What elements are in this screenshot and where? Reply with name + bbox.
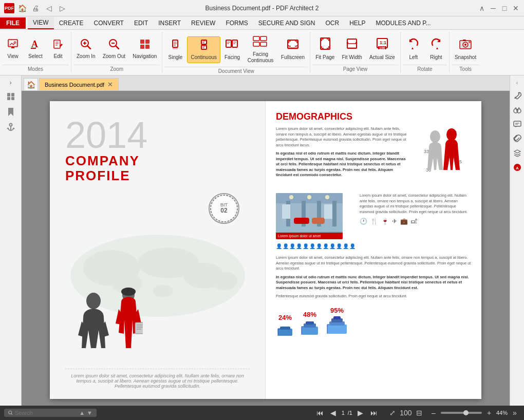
- nav-next-btn[interactable]: ▶: [355, 408, 366, 418]
- people-icon-1: 👤: [276, 243, 282, 249]
- single-btn[interactable]: Single: [164, 37, 186, 63]
- menu-review[interactable]: REVIEW: [186, 17, 220, 29]
- select-label: Select: [28, 53, 43, 60]
- nav-back-btn[interactable]: ◁: [43, 3, 54, 14]
- zoom-out-btn[interactable]: Zoom Out: [100, 36, 128, 62]
- fit-page-status-btn[interactable]: ⤢: [387, 408, 398, 418]
- continuous-label: Continuous: [191, 54, 217, 61]
- people-icon-4: 👤: [296, 243, 302, 249]
- nav-print-btn[interactable]: 🖨: [30, 3, 41, 14]
- company-line1: COMPANY: [65, 154, 250, 168]
- paperclip-btn[interactable]: [512, 133, 523, 144]
- menu-help[interactable]: HELP: [344, 17, 370, 29]
- rotate-left-btn[interactable]: Left: [403, 35, 424, 63]
- menu-edit[interactable]: EDIT: [129, 17, 153, 29]
- rotate-right-btn[interactable]: Right: [425, 35, 447, 63]
- hotel-text-col: Lorem ipsum dolor sit amet, consectetur …: [360, 193, 471, 251]
- zoom-track[interactable]: [441, 412, 482, 414]
- total-pages: /1: [348, 410, 352, 416]
- two-page-btn[interactable]: ⊟: [414, 408, 424, 418]
- zoom-in-btn[interactable]: Zoom In: [73, 36, 99, 62]
- nav-forward-btn[interactable]: ▷: [57, 3, 68, 14]
- zoom-in-icon: [80, 38, 92, 52]
- rotate-right-icon: [430, 37, 442, 53]
- bag-icon: 💼: [400, 218, 408, 225]
- doc-tab-close[interactable]: ✕: [107, 81, 113, 88]
- svg-point-53: [86, 293, 101, 309]
- anchor-icon[interactable]: [5, 122, 16, 133]
- percent-section: 24% 48%: [276, 307, 471, 338]
- nav-prev-btn[interactable]: ◀: [328, 408, 339, 418]
- continuous-btn[interactable]: Continuous: [187, 36, 220, 63]
- binoculars-btn[interactable]: [512, 104, 523, 116]
- bookmarks-icon[interactable]: [5, 106, 16, 118]
- search-up-btn[interactable]: ▲: [79, 410, 85, 416]
- zoom-level: 44%: [496, 410, 508, 416]
- actual-size-btn[interactable]: 100 1:1 Actual Size: [366, 35, 398, 63]
- svg-point-93: [9, 411, 12, 414]
- search-down-btn[interactable]: ▼: [87, 410, 92, 416]
- svg-rect-69: [332, 201, 336, 226]
- collapse-ribbon-btn[interactable]: ∧: [478, 4, 486, 12]
- percent-item-2: 48%: [300, 311, 320, 338]
- menu-create[interactable]: CREATE: [54, 17, 89, 29]
- people-icon-8: 👤: [323, 243, 329, 249]
- badge-btn[interactable]: A: [512, 162, 523, 173]
- menu-convert[interactable]: CONVERT: [88, 17, 128, 29]
- hotel-img-svg: [276, 193, 343, 232]
- view-btn[interactable]: View: [2, 36, 24, 62]
- map-area: BIT 02: [65, 188, 250, 364]
- comment-btn[interactable]: [512, 119, 523, 130]
- search-input[interactable]: [15, 410, 77, 416]
- people-icon-5: 👤: [303, 243, 309, 249]
- menu-ocr[interactable]: OCR: [320, 17, 344, 29]
- svg-rect-38: [7, 93, 10, 97]
- minimize-btn[interactable]: ─: [489, 4, 497, 12]
- body-text-bold-2: In egestas nisl ut odio rutrum et mattis…: [276, 275, 471, 291]
- doc-tab[interactable]: Business Document.pdf ✕: [39, 78, 119, 90]
- more-options-btn[interactable]: »: [510, 408, 520, 418]
- title-bar-right: ∧ ─ □ ✕: [478, 4, 520, 12]
- snapshot-btn[interactable]: Snapshot: [452, 35, 479, 63]
- nav-last-btn[interactable]: ⏭: [369, 408, 379, 418]
- facing-continuous-btn[interactable]: Facing Continuous: [244, 34, 277, 66]
- nav-first-btn[interactable]: ⏮: [315, 408, 325, 418]
- zoom-thumb[interactable]: [463, 410, 469, 415]
- home-tab-btn[interactable]: 🏠: [24, 78, 38, 90]
- close-btn[interactable]: ✕: [512, 4, 520, 12]
- select-btn[interactable]: A Select: [25, 36, 46, 62]
- body-text-1: Lorem ipsum dolor sit amet, consectetur …: [276, 126, 409, 148]
- svg-rect-20: [253, 42, 259, 46]
- navigation-btn[interactable]: Navigation: [129, 36, 160, 62]
- menu-view[interactable]: VIEW: [28, 17, 54, 29]
- layers-btn[interactable]: [512, 147, 523, 159]
- ribbon-content: View A Select: [0, 30, 524, 75]
- document-area[interactable]: 2014 COMPANY PROFILE: [22, 91, 510, 406]
- facing-btn[interactable]: Facing: [221, 37, 243, 63]
- collapse-right-panel-btn[interactable]: ‹: [513, 79, 521, 87]
- couch-icon: 🛋: [411, 218, 417, 225]
- pages-icon[interactable]: [5, 91, 16, 102]
- zoom-out-status-btn[interactable]: –: [428, 408, 439, 418]
- menu-file[interactable]: FILE: [0, 17, 26, 29]
- zoom-in-status-btn[interactable]: +: [484, 408, 494, 418]
- menu-secure[interactable]: SECURE AND SIGN: [253, 17, 321, 29]
- expand-panel-btn[interactable]: ›: [7, 79, 15, 87]
- menu-insert[interactable]: INSERT: [153, 17, 186, 29]
- edit-btn[interactable]: Edit: [47, 36, 69, 62]
- maximize-btn[interactable]: □: [500, 4, 509, 12]
- menu-forms[interactable]: FORMS: [220, 17, 253, 29]
- svg-rect-36: [463, 40, 466, 41]
- percent-item-3: 95%: [325, 307, 349, 338]
- fullscreen-btn[interactable]: Fullscreen: [278, 37, 308, 63]
- percent-bar-1: [276, 322, 294, 338]
- menu-modules[interactable]: MODULES AND P...: [370, 17, 436, 29]
- search-area[interactable]: ▲ ▼: [4, 409, 97, 417]
- nav-home-btn[interactable]: 🏠: [16, 3, 28, 14]
- fit-page-btn[interactable]: Fit Page: [312, 35, 338, 63]
- svg-rect-26: [347, 47, 357, 49]
- actual-size-status-btn[interactable]: 100: [401, 408, 411, 418]
- wrench-btn[interactable]: [512, 90, 523, 101]
- fit-width-btn[interactable]: Fit Width: [339, 35, 365, 63]
- zoom-slider[interactable]: – + 44% »: [428, 408, 520, 418]
